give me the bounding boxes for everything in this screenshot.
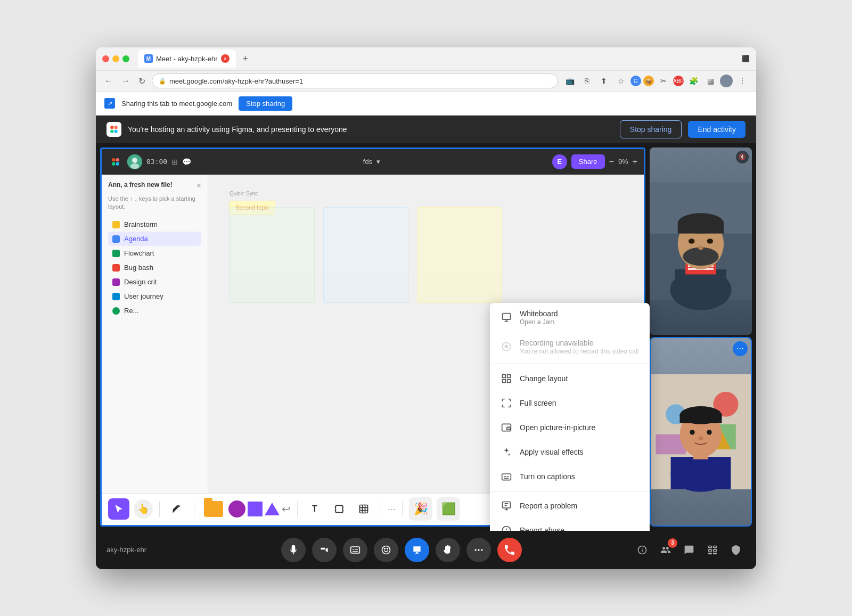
svg-rect-1 bbox=[114, 126, 118, 129]
refresh-button[interactable]: ↻ bbox=[136, 74, 148, 88]
figma-sidebar-close[interactable]: × bbox=[196, 181, 201, 191]
figma-menu-re[interactable]: Re... bbox=[108, 303, 201, 318]
end-activity-button[interactable]: End activity bbox=[688, 121, 746, 138]
share-icon[interactable]: ⬆ bbox=[596, 73, 611, 88]
figma-extra-1[interactable]: 🎉 bbox=[409, 497, 432, 521]
figma-comment-tool[interactable]: 💬 bbox=[182, 158, 191, 166]
ext-icon-3[interactable]: ✂ bbox=[656, 73, 671, 88]
figma-menu-bugbash[interactable]: Bug bash bbox=[108, 260, 201, 275]
minimize-traffic-light[interactable] bbox=[112, 55, 119, 62]
dropdown-whiteboard[interactable]: Whiteboard Open a Jam bbox=[490, 303, 650, 332]
svg-rect-76 bbox=[714, 549, 717, 551]
visual-effects-icon bbox=[501, 446, 512, 458]
svg-rect-2 bbox=[110, 129, 113, 133]
close-traffic-light[interactable] bbox=[102, 55, 109, 62]
svg-rect-74 bbox=[714, 546, 717, 547]
visual-effects-label: Apply visual effects bbox=[520, 448, 584, 456]
dropdown-captions[interactable]: Turn on captions bbox=[490, 464, 650, 489]
svg-point-66 bbox=[382, 546, 390, 554]
user-avatar[interactable] bbox=[720, 75, 733, 87]
people-button[interactable]: 3 bbox=[656, 540, 675, 560]
dropdown-visual-effects[interactable]: Apply visual effects bbox=[490, 440, 650, 464]
maximize-traffic-light[interactable] bbox=[122, 55, 129, 62]
camera-button[interactable] bbox=[312, 538, 337, 562]
grammarly-ext[interactable]: G bbox=[630, 76, 641, 86]
raise-hand-button[interactable] bbox=[436, 538, 460, 562]
figma-menu-designcrit[interactable]: Design crit bbox=[108, 275, 201, 289]
info-button[interactable] bbox=[633, 540, 652, 560]
svg-point-9 bbox=[132, 158, 137, 163]
figma-menu-userjourney[interactable]: User journey bbox=[108, 289, 201, 303]
end-call-button[interactable] bbox=[497, 538, 522, 562]
figma-menu-brainstorm[interactable]: Brainstorm bbox=[108, 217, 201, 232]
artboard-1 bbox=[230, 207, 315, 303]
ext-icon-2[interactable]: 📦 bbox=[643, 76, 654, 86]
address-bar[interactable]: 🔒 meet.google.com/aky-hzpk-ehr?authuser=… bbox=[152, 73, 558, 88]
abp-ext[interactable]: ABP bbox=[673, 76, 684, 86]
dropdown-change-layout[interactable]: Change layout bbox=[490, 366, 650, 391]
bookmark-icon[interactable]: ☆ bbox=[613, 73, 628, 88]
report-abuse-label: Report abuse bbox=[520, 526, 564, 531]
stop-sharing-button[interactable]: Stop sharing bbox=[620, 120, 682, 138]
figma-frame-tool[interactable]: ⊞ bbox=[171, 158, 178, 166]
activities-button[interactable] bbox=[703, 540, 722, 560]
person2-more-button[interactable]: ⋯ bbox=[733, 341, 748, 356]
dropdown-report-problem[interactable]: Report a problem bbox=[490, 494, 650, 518]
save-page-icon[interactable]: ⎘ bbox=[579, 73, 594, 88]
figma-text-tool[interactable]: T bbox=[304, 498, 325, 520]
figma-extra-2[interactable]: 🟩 bbox=[437, 497, 460, 521]
security-button[interactable] bbox=[726, 540, 746, 560]
video-panel-person1: 🔇 bbox=[650, 147, 752, 335]
figma-user-button[interactable]: E bbox=[552, 154, 567, 169]
sidebar-icon[interactable]: ▦ bbox=[703, 73, 718, 88]
more-options-button[interactable] bbox=[466, 538, 491, 562]
tab-close-button[interactable]: × bbox=[221, 54, 230, 63]
tab-title: Meet - aky-hzpk-ehr bbox=[156, 55, 218, 63]
controls-bar: aky-hzpk-ehr bbox=[96, 531, 756, 569]
banner-stop-sharing-button[interactable]: Stop sharing bbox=[239, 96, 292, 111]
figma-cursor-tool[interactable] bbox=[108, 498, 129, 520]
figma-menu-agenda[interactable]: Agenda bbox=[108, 232, 201, 246]
dropdown-fullscreen[interactable]: Full screen bbox=[490, 391, 650, 415]
brainstorm-label: Brainstorm bbox=[124, 220, 158, 228]
figma-frame-tool-2[interactable] bbox=[329, 498, 350, 520]
dropdown-recording: Recording unavailable You're not allowed… bbox=[490, 332, 650, 362]
svg-point-34 bbox=[707, 239, 714, 244]
cast-icon[interactable]: 📺 bbox=[562, 73, 577, 88]
puzzle-icon[interactable]: 🧩 bbox=[686, 73, 701, 88]
active-tab[interactable]: M Meet - aky-hzpk-ehr × bbox=[138, 50, 236, 68]
figma-table-tool[interactable] bbox=[353, 498, 374, 520]
captions-button[interactable] bbox=[343, 538, 367, 562]
new-tab-button[interactable]: + bbox=[238, 51, 253, 66]
figma-more-tools[interactable]: ··· bbox=[388, 504, 396, 515]
dropdown-divider-1 bbox=[490, 364, 650, 364]
figma-menu-flowchart[interactable]: Flowchart bbox=[108, 246, 201, 260]
figma-pen-tool[interactable] bbox=[166, 498, 187, 520]
tool-divider-5 bbox=[402, 501, 403, 517]
svg-rect-16 bbox=[360, 505, 368, 513]
dropdown-pip[interactable]: Open picture-in-picture bbox=[490, 415, 650, 440]
figma-share-button[interactable]: Share bbox=[571, 154, 605, 169]
svg-point-49 bbox=[707, 430, 711, 434]
figma-hand-pointer: 👆 bbox=[134, 499, 153, 519]
present-button[interactable] bbox=[405, 538, 429, 562]
figma-timer: 03:00 bbox=[146, 158, 167, 166]
captions-icon bbox=[501, 471, 512, 482]
chat-button[interactable] bbox=[679, 540, 699, 560]
emoji-button[interactable] bbox=[374, 538, 398, 562]
dropdown-report-abuse[interactable]: Report abuse bbox=[490, 518, 650, 531]
forward-button[interactable]: → bbox=[119, 74, 132, 88]
figma-user-avatar bbox=[127, 154, 142, 169]
recording-icon bbox=[501, 341, 512, 352]
back-button[interactable]: ← bbox=[102, 74, 115, 88]
microphone-button[interactable] bbox=[281, 538, 306, 562]
figma-zoom-in[interactable]: + bbox=[633, 157, 637, 167]
svg-point-48 bbox=[690, 430, 694, 434]
browser-menu[interactable]: ⋮ bbox=[735, 73, 750, 88]
svg-point-32 bbox=[683, 247, 718, 266]
svg-point-68 bbox=[387, 548, 388, 549]
svg-rect-77 bbox=[709, 553, 712, 554]
svg-rect-55 bbox=[507, 374, 511, 377]
figma-zoom-out[interactable]: − bbox=[609, 157, 614, 167]
userjourney-label: User journey bbox=[124, 292, 163, 300]
